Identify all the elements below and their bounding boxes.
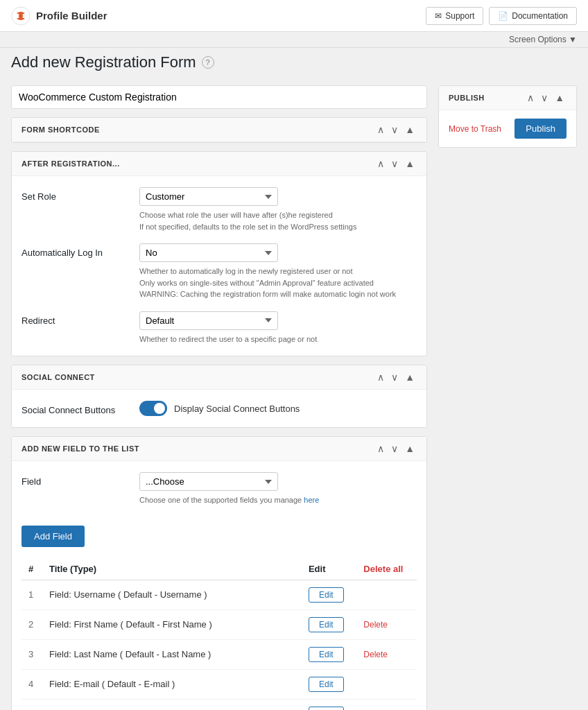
form-name-input[interactable] — [11, 85, 427, 109]
row-num: 4 — [21, 669, 42, 699]
social-buttons-row: Social Connect Buttons Display Social Co… — [21, 401, 417, 416]
redirect-help: Whether to redirect the user to a specif… — [139, 334, 417, 345]
after-registration-header: AFTER REGISTRATION... ∧ ∨ ▲ — [12, 152, 426, 176]
social-connect-header: SOCIAL CONNECT ∧ ∨ ▲ — [12, 365, 426, 390]
social-up-btn[interactable]: ∧ — [375, 372, 386, 382]
form-shortcode-up-btn[interactable]: ∧ — [375, 125, 386, 135]
edit-button[interactable]: Edit — [309, 707, 344, 711]
documentation-button[interactable]: 📄 Documentation — [489, 7, 577, 25]
help-icon[interactable]: ? — [202, 56, 214, 69]
screen-options-button[interactable]: Screen Options ▼ — [509, 35, 577, 44]
social-connect-controls: ∧ ∨ ▲ — [375, 372, 417, 382]
table-row: 4 Field: E-mail ( Default - E-mail ) Edi… — [21, 669, 417, 699]
after-reg-down-btn[interactable]: ∨ — [389, 159, 400, 168]
field-label: Field — [21, 472, 139, 487]
social-buttons-text: Display Social Connect Buttons — [174, 404, 300, 414]
field-row: Field ...Choose Username First Name Last… — [21, 472, 417, 506]
add-field-button[interactable]: Add Field — [21, 526, 85, 547]
row-edit-cell: Edit — [302, 580, 356, 609]
page-title: Add new Registration Form — [11, 53, 196, 71]
edit-button[interactable]: Edit — [309, 617, 344, 632]
social-down-btn[interactable]: ∨ — [389, 372, 400, 382]
table-row: 1 Field: Username ( Default - Username )… — [21, 580, 417, 609]
set-role-select[interactable]: Customer Subscriber Editor Administrator — [139, 187, 278, 206]
social-toggle[interactable] — [139, 401, 167, 416]
redirect-select[interactable]: Default Custom URL Same Page — [139, 311, 278, 330]
col-delete: Delete all — [356, 558, 417, 580]
edit-button[interactable]: Edit — [309, 677, 344, 692]
auto-login-help: Whether to automatically log in the newl… — [139, 266, 417, 300]
after-reg-up-btn[interactable]: ∧ — [375, 159, 386, 168]
svg-point-1 — [19, 14, 23, 18]
col-num: # — [21, 558, 42, 580]
form-shortcode-down-btn[interactable]: ∨ — [389, 125, 400, 135]
add-field-up-btn[interactable]: ∧ — [375, 444, 386, 453]
delete-link[interactable]: Delete — [363, 650, 388, 659]
publish-up-btn[interactable]: ∧ — [525, 93, 536, 103]
add-field-section: ADD NEW FIELD TO THE LIST ∧ ∨ ▲ Field ..… — [11, 436, 427, 710]
row-edit-cell: Edit — [302, 699, 356, 710]
auto-login-field: No Yes Whether to automatically log in t… — [139, 243, 417, 300]
social-connect-section: SOCIAL CONNECT ∧ ∨ ▲ Social Connect Butt… — [11, 365, 427, 428]
documentation-icon: 📄 — [498, 11, 508, 21]
publish-down-btn[interactable]: ∨ — [539, 93, 550, 103]
row-field: Field: Username ( Default - Username ) — [42, 580, 302, 609]
after-reg-collapse-btn[interactable]: ▲ — [403, 159, 417, 168]
screen-options-bar: Screen Options ▼ — [0, 32, 588, 48]
field-help-link[interactable]: here — [304, 496, 319, 504]
delete-link[interactable]: Delete — [363, 620, 388, 630]
publish-body: Move to Trash Publish — [439, 110, 576, 147]
fields-table: # Title (Type) Edit Delete all 1 Field: … — [21, 558, 417, 711]
add-field-controls: ∧ ∨ ▲ — [375, 444, 417, 453]
row-delete-cell: Delete — [356, 609, 417, 639]
edit-button[interactable]: Edit — [309, 587, 344, 603]
publish-section: PUBLISH ∧ ∨ ▲ Move to Trash Publish — [438, 85, 577, 148]
row-field: Field: E-mail ( Default - E-mail ) — [42, 669, 302, 699]
row-edit-cell: Edit — [302, 609, 356, 639]
row-num: 5 — [21, 699, 42, 710]
col-edit: Edit — [302, 558, 356, 580]
add-field-collapse-btn[interactable]: ▲ — [403, 444, 417, 453]
app-name: Profile Builder — [36, 10, 107, 21]
add-field-down-btn[interactable]: ∨ — [389, 444, 400, 453]
move-to-trash-link[interactable]: Move to Trash — [449, 124, 501, 134]
redirect-field: Default Custom URL Same Page Whether to … — [139, 311, 417, 345]
row-delete-cell — [356, 580, 417, 609]
social-connect-body: Social Connect Buttons Display Social Co… — [12, 390, 426, 427]
field-select[interactable]: ...Choose Username First Name Last Name … — [139, 472, 278, 491]
after-registration-section: AFTER REGISTRATION... ∧ ∨ ▲ Set Role Cus… — [11, 151, 427, 356]
row-num: 1 — [21, 580, 42, 609]
field-col: ...Choose Username First Name Last Name … — [139, 472, 417, 506]
row-edit-cell: Edit — [302, 669, 356, 699]
col-title: Title (Type) — [42, 558, 302, 580]
add-field-body: Field ...Choose Username First Name Last… — [12, 461, 426, 710]
social-buttons-field: Display Social Connect Buttons — [139, 401, 417, 416]
publish-controls: ∧ ∨ ▲ — [525, 93, 567, 103]
row-field: Field: First Name ( Default - First Name… — [42, 609, 302, 639]
form-shortcode-header: FORM SHORTCODE ∧ ∨ ▲ — [12, 118, 426, 142]
auto-login-select[interactable]: No Yes — [139, 243, 278, 262]
row-edit-cell: Edit — [302, 639, 356, 669]
social-connect-title: SOCIAL CONNECT — [21, 373, 95, 381]
set-role-label: Set Role — [21, 187, 139, 202]
edit-button[interactable]: Edit — [309, 647, 344, 662]
app-logo: Profile Builder — [11, 6, 107, 26]
publish-collapse-btn[interactable]: ▲ — [553, 93, 567, 103]
table-row: 3 Field: Last Name ( Default - Last Name… — [21, 639, 417, 669]
page-title-area: Add new Registration Form ? — [0, 48, 588, 74]
form-shortcode-controls: ∧ ∨ ▲ — [375, 125, 417, 135]
form-shortcode-collapse-btn[interactable]: ▲ — [403, 125, 417, 135]
row-field: Field: Last Name ( Default - Last Name ) — [42, 639, 302, 669]
support-icon: ✉ — [435, 11, 442, 21]
social-collapse-btn[interactable]: ▲ — [403, 372, 417, 382]
form-shortcode-section: FORM SHORTCODE ∧ ∨ ▲ — [11, 117, 427, 143]
publish-button[interactable]: Publish — [514, 119, 567, 139]
redirect-row: Redirect Default Custom URL Same Page Wh… — [21, 311, 417, 345]
row-delete-cell: Delete — [356, 639, 417, 669]
add-field-title: ADD NEW FIELD TO THE LIST — [21, 444, 139, 453]
publish-header: PUBLISH ∧ ∨ ▲ — [439, 86, 576, 110]
support-button[interactable]: ✉ Support — [426, 7, 483, 25]
auto-login-label: Automatically Log In — [21, 243, 139, 258]
table-row: 2 Field: First Name ( Default - First Na… — [21, 609, 417, 639]
main-layout: FORM SHORTCODE ∧ ∨ ▲ AFTER REGISTRATION.… — [0, 74, 588, 710]
